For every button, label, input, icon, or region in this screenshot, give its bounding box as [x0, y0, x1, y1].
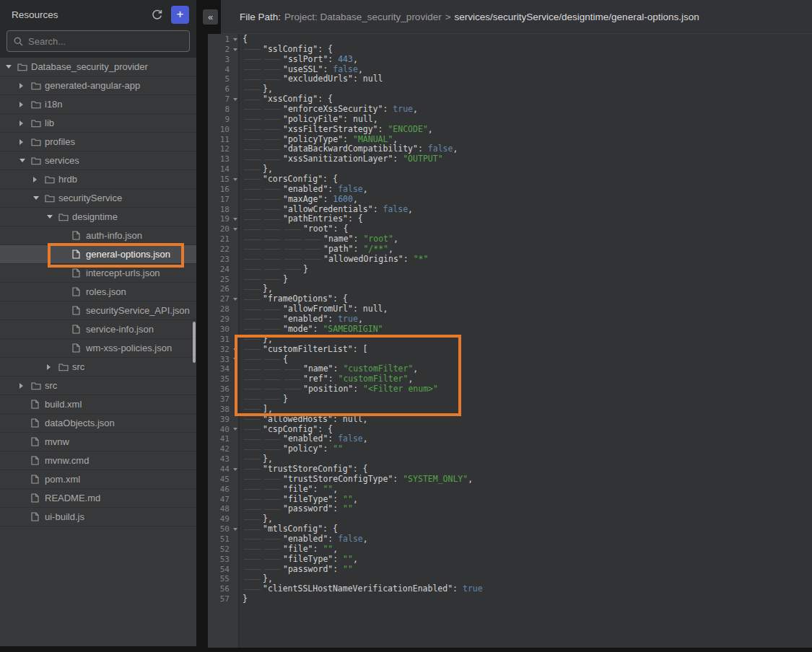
fold-toggle-icon[interactable]	[233, 178, 237, 181]
code-line-56[interactable]: 56"clientSSLHostNameVerificationEnabled"…	[208, 584, 812, 594]
code-line-28[interactable]: 28"allowFromUrl": null,	[208, 304, 812, 314]
fold-toggle-icon[interactable]	[233, 358, 237, 361]
tree-file-securityService_API.json[interactable]: securityService_API.json	[0, 301, 196, 320]
chevron-right-icon[interactable]	[19, 383, 31, 389]
code-line-47[interactable]: 47"fileType": "",	[208, 495, 812, 505]
code-line-46[interactable]: 46"file": "",	[208, 485, 812, 495]
code-line-29[interactable]: 29"enabled": true,	[208, 314, 812, 325]
code-line-3[interactable]: 3"sslPort": 443,	[208, 55, 812, 65]
chevron-down-icon[interactable]	[47, 215, 58, 219]
tree-file-general-options.json[interactable]: general-options.json	[0, 245, 196, 264]
code-line-16[interactable]: 16"enabled": false,	[208, 185, 812, 195]
code-line-13[interactable]: 13"xssSanitizationLayer": "OUTPUT"	[208, 154, 812, 164]
search-box[interactable]	[6, 30, 190, 52]
code-line-49[interactable]: 49},	[208, 514, 812, 524]
code-line-25[interactable]: 25}	[208, 275, 812, 285]
code-line-54[interactable]: 54"password": ""	[208, 565, 812, 575]
code-line-35[interactable]: 35"ref": "customFilter",	[208, 374, 812, 384]
code-line-30[interactable]: 30"mode": "SAMEORIGIN"	[208, 325, 812, 335]
code-line-36[interactable]: 36"position": "<Filter enum>"	[208, 384, 812, 395]
tree-file-build.xml[interactable]: build.xml	[0, 395, 196, 414]
tree-folder-designtime[interactable]: designtime	[0, 208, 196, 226]
chevron-right-icon[interactable]	[19, 120, 31, 126]
code-line-23[interactable]: 23"allowedOrigins": "*"	[208, 255, 812, 265]
tree-folder-hrdb[interactable]: hrdb	[0, 170, 196, 189]
fold-toggle-icon[interactable]	[233, 468, 237, 471]
fold-toggle-icon[interactable]	[233, 298, 237, 301]
tree-folder-generated-angular-app[interactable]: generated-angular-app	[0, 76, 196, 95]
code-line-15[interactable]: 15"corsConfig": {	[208, 175, 812, 185]
code-line-14[interactable]: 14},	[208, 164, 812, 175]
tree-file-intercept-urls.json[interactable]: intercept-urls.json	[0, 264, 196, 283]
code-line-37[interactable]: 37}	[208, 395, 812, 405]
code-line-11[interactable]: 11"policyType": "MANUAL",	[208, 135, 812, 145]
chevron-down-icon[interactable]	[33, 196, 45, 200]
code-line-40[interactable]: 40"cspConfig": {	[208, 425, 812, 435]
chevron-down-icon[interactable]	[6, 65, 17, 69]
code-line-8[interactable]: 8"enforceXssSecurity": true,	[208, 105, 812, 115]
code-line-18[interactable]: 18"allowCredentials": false,	[208, 205, 812, 215]
code-line-24[interactable]: 24}	[208, 265, 812, 275]
code-line-4[interactable]: 4"useSSL": false,	[208, 65, 812, 75]
code-line-33[interactable]: 33{	[208, 355, 812, 365]
fold-toggle-icon[interactable]	[233, 218, 237, 221]
fold-toggle-icon[interactable]	[233, 48, 237, 51]
code-line-21[interactable]: 21"name": "root",	[208, 234, 812, 244]
code-line-55[interactable]: 55},	[208, 574, 812, 584]
code-line-31[interactable]: 31},	[208, 335, 812, 345]
code-editor[interactable]: 1{2"sslConfig": {3"sslPort": 443,4"useSS…	[208, 34, 812, 648]
code-line-52[interactable]: 52"file": "",	[208, 545, 812, 555]
refresh-button[interactable]	[149, 6, 165, 22]
tree-file-auth-info.json[interactable]: auth-info.json	[0, 226, 196, 245]
tree-folder-Database_security_provider[interactable]: Database_security_provider	[0, 58, 196, 76]
chevron-right-icon[interactable]	[19, 139, 31, 145]
code-line-9[interactable]: 9"policyFile": null,	[208, 115, 812, 125]
code-line-22[interactable]: 22"path": "/**",	[208, 244, 812, 255]
fold-toggle-icon[interactable]	[233, 38, 237, 41]
code-line-12[interactable]: 12"dataBackwardCompatibility": false,	[208, 144, 812, 154]
code-line-10[interactable]: 10"xssFilterStrategy": "ENCODE",	[208, 125, 812, 135]
tree-file-README.md[interactable]: README.md	[0, 489, 196, 508]
tree-file-roles.json[interactable]: roles.json	[0, 283, 196, 301]
chevron-right-icon[interactable]	[19, 102, 31, 107]
code-line-7[interactable]: 7"xssConfig": {	[208, 94, 812, 105]
chevron-right-icon[interactable]	[47, 364, 58, 370]
tree-folder-securityService[interactable]: securityService	[0, 189, 196, 208]
code-line-57[interactable]: 57}	[208, 594, 812, 604]
code-line-32[interactable]: 32"customFilterList": [	[208, 345, 812, 355]
code-line-1[interactable]: 1{	[208, 35, 812, 45]
tree-folder-src[interactable]: src	[0, 358, 196, 376]
code-line-5[interactable]: 5"excludedUrls": null	[208, 74, 812, 84]
code-line-20[interactable]: 20"root": {	[208, 224, 812, 234]
code-line-45[interactable]: 45"trustStoreConfigType": "SYSTEM_ONLY",	[208, 475, 812, 485]
code-line-6[interactable]: 6},	[208, 84, 812, 94]
fold-toggle-icon[interactable]	[233, 98, 237, 101]
fold-toggle-icon[interactable]	[233, 528, 237, 531]
code-line-19[interactable]: 19"pathEntries": {	[208, 214, 812, 224]
code-line-43[interactable]: 43},	[208, 454, 812, 464]
code-line-27[interactable]: 27"frameOptions": {	[208, 294, 812, 304]
code-line-41[interactable]: 41"enabled": false,	[208, 434, 812, 444]
tree-folder-services[interactable]: services	[0, 151, 196, 170]
tree-folder-profiles[interactable]: profiles	[0, 133, 196, 151]
code-line-34[interactable]: 34"name": "customFilter",	[208, 364, 812, 374]
tree-file-mvnw[interactable]: mvnw	[0, 433, 196, 451]
tree-folder-lib[interactable]: lib	[0, 114, 196, 133]
tree-file-mvnw.cmd[interactable]: mvnw.cmd	[0, 451, 196, 470]
code-line-2[interactable]: 2"sslConfig": {	[208, 45, 812, 55]
tree-file-ui-build.js[interactable]: ui-build.js	[0, 508, 196, 527]
code-line-44[interactable]: 44"trustStoreConfig": {	[208, 464, 812, 475]
chevron-down-icon[interactable]	[19, 159, 31, 162]
fold-toggle-icon[interactable]	[233, 348, 237, 351]
tree-folder-i18n[interactable]: i18n	[0, 95, 196, 114]
code-line-26[interactable]: 26},	[208, 284, 812, 294]
code-line-42[interactable]: 42"policy": ""	[208, 444, 812, 454]
code-line-50[interactable]: 50"mtlsConfig": {	[208, 524, 812, 534]
code-line-39[interactable]: 39"allowedHosts": null,	[208, 415, 812, 425]
tree-file-service-info.json[interactable]: service-info.json	[0, 320, 196, 339]
tree-folder-src[interactable]: src	[0, 376, 196, 395]
add-resource-button[interactable]: +	[171, 6, 189, 24]
code-line-17[interactable]: 17"maxAge": 1600,	[208, 195, 812, 205]
code-line-48[interactable]: 48"password": ""	[208, 504, 812, 514]
code-line-53[interactable]: 53"fileType": "",	[208, 555, 812, 565]
